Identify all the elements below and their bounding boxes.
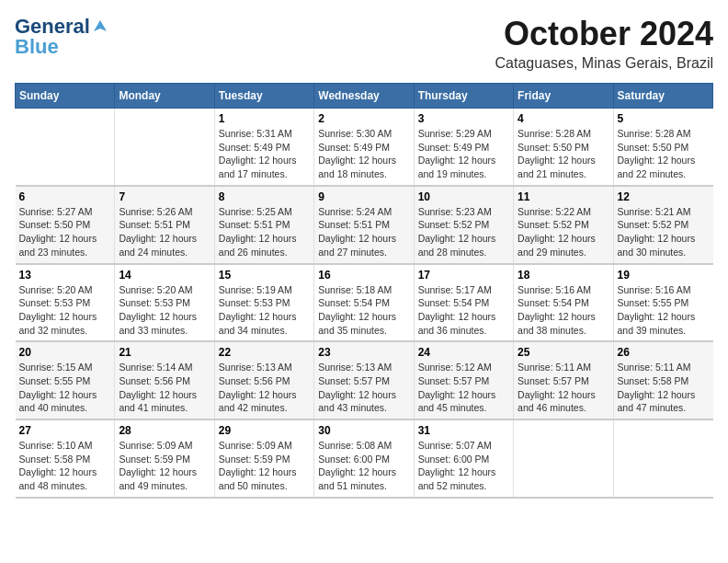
header-wednesday: Wednesday	[314, 84, 414, 109]
day-info: Sunrise: 5:14 AM Sunset: 5:56 PM Dayligh…	[119, 361, 210, 415]
day-number: 19	[618, 269, 710, 282]
day-number: 1	[219, 112, 310, 125]
day-number: 10	[418, 190, 509, 203]
calendar-table: SundayMondayTuesdayWednesdayThursdayFrid…	[15, 83, 713, 499]
day-info: Sunrise: 5:24 AM Sunset: 5:51 PM Dayligh…	[318, 205, 409, 259]
logo-blue: Blue	[15, 35, 59, 59]
header-monday: Monday	[115, 84, 214, 109]
day-number: 11	[518, 190, 609, 203]
calendar-cell: 5Sunrise: 5:28 AM Sunset: 5:50 PM Daylig…	[613, 109, 712, 186]
calendar-cell: 22Sunrise: 5:13 AM Sunset: 5:56 PM Dayli…	[214, 341, 313, 419]
day-number: 21	[119, 346, 210, 359]
day-number: 18	[518, 269, 609, 282]
day-info: Sunrise: 5:15 AM Sunset: 5:55 PM Dayligh…	[19, 361, 111, 415]
calendar-cell: 20Sunrise: 5:15 AM Sunset: 5:55 PM Dayli…	[16, 341, 115, 419]
day-info: Sunrise: 5:13 AM Sunset: 5:56 PM Dayligh…	[219, 361, 310, 415]
calendar-cell: 24Sunrise: 5:12 AM Sunset: 5:57 PM Dayli…	[414, 341, 513, 419]
calendar-cell	[613, 419, 712, 498]
day-info: Sunrise: 5:11 AM Sunset: 5:58 PM Dayligh…	[618, 361, 710, 415]
day-number: 25	[518, 346, 609, 359]
day-number: 2	[318, 112, 409, 125]
day-info: Sunrise: 5:26 AM Sunset: 5:51 PM Dayligh…	[119, 205, 210, 259]
day-info: Sunrise: 5:08 AM Sunset: 6:00 PM Dayligh…	[318, 439, 409, 493]
calendar-cell: 29Sunrise: 5:09 AM Sunset: 5:59 PM Dayli…	[214, 419, 313, 498]
calendar-cell: 6Sunrise: 5:27 AM Sunset: 5:50 PM Daylig…	[16, 186, 115, 264]
day-info: Sunrise: 5:30 AM Sunset: 5:49 PM Dayligh…	[318, 127, 409, 181]
calendar-cell: 11Sunrise: 5:22 AM Sunset: 5:52 PM Dayli…	[514, 186, 613, 264]
day-number: 24	[418, 346, 509, 359]
calendar-cell: 17Sunrise: 5:17 AM Sunset: 5:54 PM Dayli…	[414, 264, 513, 342]
day-number: 5	[618, 112, 710, 125]
day-number: 23	[318, 346, 409, 359]
week-row-5: 27Sunrise: 5:10 AM Sunset: 5:58 PM Dayli…	[16, 419, 713, 498]
day-number: 12	[618, 190, 710, 203]
day-number: 13	[19, 269, 111, 282]
day-number: 3	[418, 112, 509, 125]
header-tuesday: Tuesday	[214, 84, 313, 109]
calendar-cell: 25Sunrise: 5:11 AM Sunset: 5:57 PM Dayli…	[514, 341, 613, 419]
day-info: Sunrise: 5:22 AM Sunset: 5:52 PM Dayligh…	[518, 205, 609, 259]
calendar-cell: 23Sunrise: 5:13 AM Sunset: 5:57 PM Dayli…	[314, 341, 414, 419]
day-number: 7	[119, 190, 210, 203]
day-info: Sunrise: 5:21 AM Sunset: 5:52 PM Dayligh…	[618, 205, 710, 259]
day-number: 31	[418, 424, 509, 437]
week-row-2: 6Sunrise: 5:27 AM Sunset: 5:50 PM Daylig…	[16, 186, 713, 264]
calendar-cell	[115, 109, 214, 186]
calendar-cell: 10Sunrise: 5:23 AM Sunset: 5:52 PM Dayli…	[414, 186, 513, 264]
day-info: Sunrise: 5:09 AM Sunset: 5:59 PM Dayligh…	[219, 439, 310, 493]
calendar-header-row: SundayMondayTuesdayWednesdayThursdayFrid…	[16, 84, 713, 109]
day-info: Sunrise: 5:20 AM Sunset: 5:53 PM Dayligh…	[19, 283, 111, 338]
day-info: Sunrise: 5:16 AM Sunset: 5:55 PM Dayligh…	[618, 283, 710, 338]
page-header: General Blue October 2024 Cataguases, Mi…	[15, 15, 713, 72]
day-number: 16	[318, 269, 409, 282]
day-info: Sunrise: 5:09 AM Sunset: 5:59 PM Dayligh…	[119, 439, 210, 493]
day-info: Sunrise: 5:25 AM Sunset: 5:51 PM Dayligh…	[219, 205, 310, 259]
day-info: Sunrise: 5:10 AM Sunset: 5:58 PM Dayligh…	[19, 439, 111, 493]
day-number: 28	[119, 424, 210, 437]
day-number: 15	[219, 269, 310, 282]
header-saturday: Saturday	[613, 84, 712, 109]
day-number: 27	[19, 424, 111, 437]
week-row-3: 13Sunrise: 5:20 AM Sunset: 5:53 PM Dayli…	[16, 264, 713, 342]
day-number: 14	[119, 269, 210, 282]
day-info: Sunrise: 5:28 AM Sunset: 5:50 PM Dayligh…	[518, 127, 609, 181]
calendar-cell: 18Sunrise: 5:16 AM Sunset: 5:54 PM Dayli…	[514, 264, 613, 342]
calendar-cell: 4Sunrise: 5:28 AM Sunset: 5:50 PM Daylig…	[514, 109, 613, 186]
day-info: Sunrise: 5:11 AM Sunset: 5:57 PM Dayligh…	[518, 361, 609, 415]
month-title: October 2024	[495, 15, 713, 53]
calendar-cell: 12Sunrise: 5:21 AM Sunset: 5:52 PM Dayli…	[613, 186, 712, 264]
day-info: Sunrise: 5:20 AM Sunset: 5:53 PM Dayligh…	[119, 283, 210, 338]
calendar-cell: 8Sunrise: 5:25 AM Sunset: 5:51 PM Daylig…	[214, 186, 313, 264]
day-info: Sunrise: 5:16 AM Sunset: 5:54 PM Dayligh…	[518, 283, 609, 338]
day-info: Sunrise: 5:17 AM Sunset: 5:54 PM Dayligh…	[418, 283, 509, 338]
day-number: 9	[318, 190, 409, 203]
day-info: Sunrise: 5:28 AM Sunset: 5:50 PM Dayligh…	[618, 127, 710, 181]
calendar-cell: 9Sunrise: 5:24 AM Sunset: 5:51 PM Daylig…	[314, 186, 414, 264]
day-number: 20	[19, 346, 111, 359]
header-thursday: Thursday	[414, 84, 513, 109]
calendar-cell: 21Sunrise: 5:14 AM Sunset: 5:56 PM Dayli…	[115, 341, 214, 419]
calendar-cell	[514, 419, 613, 498]
calendar-cell: 13Sunrise: 5:20 AM Sunset: 5:53 PM Dayli…	[16, 264, 115, 342]
svg-marker-0	[94, 20, 107, 31]
day-info: Sunrise: 5:31 AM Sunset: 5:49 PM Dayligh…	[219, 127, 310, 181]
calendar-cell: 19Sunrise: 5:16 AM Sunset: 5:55 PM Dayli…	[613, 264, 712, 342]
day-info: Sunrise: 5:07 AM Sunset: 6:00 PM Dayligh…	[418, 439, 509, 493]
calendar-cell: 14Sunrise: 5:20 AM Sunset: 5:53 PM Dayli…	[115, 264, 214, 342]
calendar-cell: 2Sunrise: 5:30 AM Sunset: 5:49 PM Daylig…	[314, 109, 414, 186]
day-number: 6	[19, 190, 111, 203]
header-friday: Friday	[514, 84, 613, 109]
logo-bird-icon	[92, 18, 108, 35]
week-row-1: 1Sunrise: 5:31 AM Sunset: 5:49 PM Daylig…	[16, 109, 713, 186]
day-number: 22	[219, 346, 310, 359]
week-row-4: 20Sunrise: 5:15 AM Sunset: 5:55 PM Dayli…	[16, 341, 713, 419]
day-info: Sunrise: 5:29 AM Sunset: 5:49 PM Dayligh…	[418, 127, 509, 181]
day-number: 30	[318, 424, 409, 437]
calendar-cell: 3Sunrise: 5:29 AM Sunset: 5:49 PM Daylig…	[414, 109, 513, 186]
day-info: Sunrise: 5:12 AM Sunset: 5:57 PM Dayligh…	[418, 361, 509, 415]
calendar-cell	[16, 109, 115, 186]
day-number: 26	[618, 346, 710, 359]
calendar-cell: 7Sunrise: 5:26 AM Sunset: 5:51 PM Daylig…	[115, 186, 214, 264]
calendar-cell: 31Sunrise: 5:07 AM Sunset: 6:00 PM Dayli…	[414, 419, 513, 498]
title-area: October 2024 Cataguases, Minas Gerais, B…	[495, 15, 713, 72]
